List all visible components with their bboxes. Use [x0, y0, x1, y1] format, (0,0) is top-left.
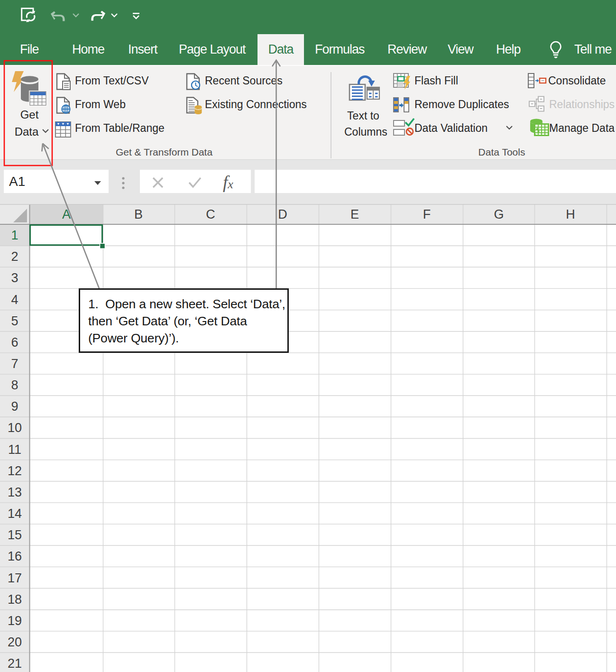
svg-text:5: 5 — [11, 314, 18, 328]
svg-text:13: 13 — [8, 485, 22, 499]
svg-text:7: 7 — [11, 357, 18, 371]
svg-text:21: 21 — [8, 656, 22, 671]
svg-text:1: 1 — [11, 228, 18, 242]
svg-text:14: 14 — [8, 506, 22, 521]
svg-text:8: 8 — [11, 378, 18, 392]
svg-text:10: 10 — [8, 421, 22, 435]
svg-text:19: 19 — [8, 614, 22, 628]
svg-text:C: C — [206, 207, 215, 221]
svg-text:H: H — [566, 207, 575, 221]
svg-text:17: 17 — [8, 571, 22, 585]
svg-text:18: 18 — [8, 592, 22, 607]
svg-text:D: D — [278, 207, 287, 221]
svg-text:A: A — [62, 207, 71, 221]
svg-text:9: 9 — [11, 399, 18, 414]
svg-text:2: 2 — [11, 249, 18, 264]
svg-text:B: B — [134, 207, 143, 221]
svg-text:4: 4 — [11, 293, 18, 307]
svg-text:F: F — [423, 207, 431, 221]
svg-text:12: 12 — [8, 464, 22, 478]
svg-text:11: 11 — [8, 442, 21, 457]
svg-text:20: 20 — [8, 635, 22, 649]
svg-text:6: 6 — [11, 335, 18, 350]
svg-text:G: G — [494, 207, 504, 221]
svg-text:16: 16 — [8, 549, 22, 563]
svg-text:E: E — [350, 207, 359, 221]
svg-text:15: 15 — [8, 528, 22, 542]
svg-text:3: 3 — [11, 271, 18, 285]
